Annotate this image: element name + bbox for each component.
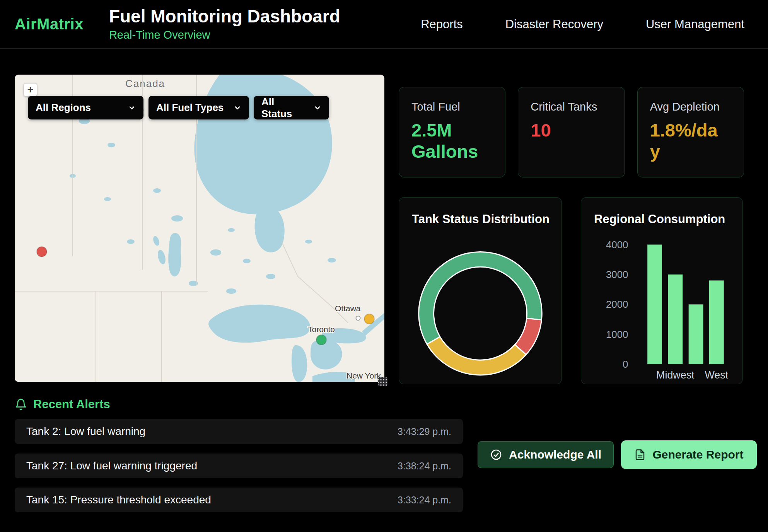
alert-timestamp: 3:38:24 p.m. — [398, 460, 451, 472]
svg-text:1000: 1000 — [606, 329, 628, 340]
chevron-down-icon — [128, 104, 136, 112]
fuel-monitoring-dashboard: AirMatrix Fuel Monitoring Dashboard Real… — [0, 0, 768, 532]
stat-cards: Total Fuel 2.5M Gallons Critical Tanks 1… — [399, 87, 744, 177]
generate-report-button[interactable]: Generate Report — [621, 440, 757, 469]
status-filter-label: All Status — [261, 96, 306, 120]
map-label-new-york: New York — [346, 371, 381, 380]
stat-value-critical-tanks: 10 — [531, 119, 606, 141]
alerts-title: Recent Alerts — [33, 397, 110, 411]
stat-card-total-fuel: Total Fuel 2.5M Gallons — [399, 87, 505, 177]
svg-text:4000: 4000 — [606, 239, 628, 250]
alerts-header: Recent Alerts — [15, 397, 110, 411]
alert-timestamp: 3:33:24 p.m. — [398, 494, 451, 506]
stat-value-total-fuel: 2.5M Gallons — [411, 119, 487, 162]
stat-label: Avg Depletion — [650, 101, 731, 113]
alert-message: Tank 2: Low fuel warning — [26, 425, 145, 438]
status-filter-dropdown[interactable]: All Status — [254, 96, 329, 119]
document-icon — [634, 449, 646, 460]
stat-card-critical-tanks: Critical Tanks 10 — [518, 87, 625, 177]
map-label-country: Canada — [125, 78, 165, 89]
map-panel[interactable]: Canada Ottawa Toronto New York + All Reg… — [15, 75, 384, 382]
nav-user-management[interactable]: User Management — [646, 17, 744, 31]
header: AirMatrix Fuel Monitoring Dashboard Real… — [0, 0, 768, 49]
stat-label: Total Fuel — [411, 101, 493, 113]
main-nav: Reports Disaster Recovery User Managemen… — [421, 17, 744, 31]
page-title: Fuel Monitoring Dashboard — [109, 7, 340, 26]
brand-logo[interactable]: AirMatrix — [15, 15, 84, 33]
nav-disaster-recovery[interactable]: Disaster Recovery — [505, 17, 603, 31]
stat-value-avg-depletion: 1.8%/day — [650, 119, 725, 162]
ottawa-town-dot — [356, 316, 360, 321]
alert-message: Tank 15: Pressure threshold exceeded — [26, 494, 211, 506]
map-label-ottawa: Ottawa — [335, 304, 361, 313]
tank-status-donut-chart — [399, 198, 561, 384]
map-resize-handle[interactable] — [378, 377, 387, 386]
map-label-toronto: Toronto — [308, 325, 335, 334]
alert-row[interactable]: Tank 15: Pressure threshold exceeded 3:3… — [15, 488, 463, 512]
stat-label: Critical Tanks — [531, 101, 612, 113]
tank-status-card: Tank Status Distribution — [399, 197, 562, 384]
alert-row[interactable]: Tank 27: Low fuel warning triggered 3:38… — [15, 454, 463, 478]
svg-text:0: 0 — [623, 359, 628, 370]
map-canvas[interactable]: Canada Ottawa Toronto New York — [15, 75, 384, 382]
alert-row[interactable]: Tank 2: Low fuel warning 3:43:29 p.m. — [15, 419, 463, 444]
tank-marker-normal[interactable] — [316, 335, 326, 345]
zoom-in-button[interactable]: + — [24, 83, 37, 97]
acknowledge-all-button[interactable]: Acknowledge All — [478, 441, 614, 468]
acknowledge-all-label: Acknowledge All — [509, 448, 601, 461]
regions-filter-dropdown[interactable]: All Regions — [28, 96, 143, 119]
chevron-down-icon — [234, 104, 241, 112]
bell-icon — [15, 398, 27, 411]
svg-text:2000: 2000 — [606, 299, 628, 310]
tank-marker-warning[interactable] — [364, 314, 374, 324]
fuel-types-filter-label: All Fuel Types — [156, 102, 224, 114]
generate-report-label: Generate Report — [652, 448, 743, 461]
alert-message: Tank 27: Low fuel warning triggered — [26, 460, 197, 472]
nav-reports[interactable]: Reports — [421, 17, 463, 31]
regional-consumption-bar-chart: 01000200030004000MidwestWest — [581, 198, 742, 384]
alert-timestamp: 3:43:29 p.m. — [398, 426, 451, 437]
svg-text:West: West — [705, 369, 728, 381]
map-water — [70, 75, 384, 382]
regions-filter-label: All Regions — [36, 102, 91, 114]
chevron-down-icon — [314, 104, 321, 112]
svg-text:3000: 3000 — [606, 269, 628, 280]
tank-marker-critical[interactable] — [37, 247, 47, 257]
fuel-types-filter-dropdown[interactable]: All Fuel Types — [148, 96, 249, 119]
svg-text:Midwest: Midwest — [656, 369, 695, 381]
check-circle-icon — [490, 448, 502, 461]
title-block: Fuel Monitoring Dashboard Real-Time Over… — [109, 7, 340, 41]
stat-card-avg-depletion: Avg Depletion 1.8%/day — [637, 87, 744, 177]
page-subtitle: Real-Time Overview — [109, 29, 340, 41]
regional-consumption-card: Regional Consumption 01000200030004000Mi… — [581, 197, 743, 384]
